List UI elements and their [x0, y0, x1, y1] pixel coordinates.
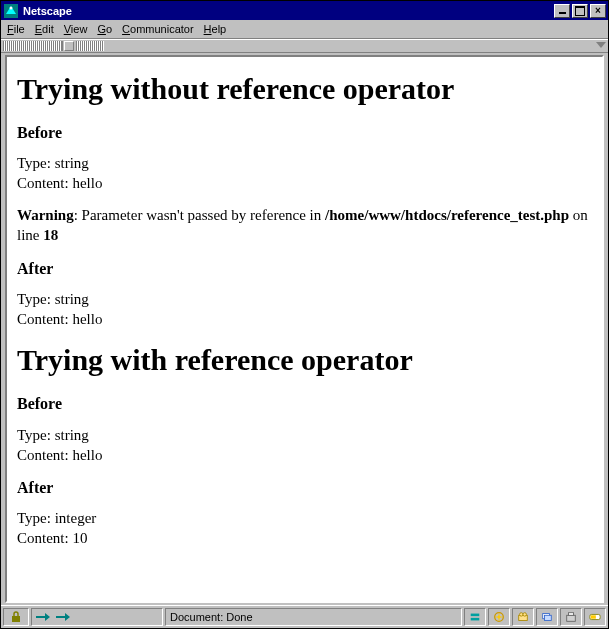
minimize-button[interactable]: [554, 4, 570, 18]
before1-type: Type: string: [17, 154, 592, 172]
status-component-icon3[interactable]: [512, 608, 534, 626]
status-component-icon4[interactable]: [536, 608, 558, 626]
toolbar-collapsed[interactable]: [1, 39, 608, 53]
toolbar-grip2[interactable]: [76, 41, 104, 51]
after1-type: Type: string: [17, 290, 592, 308]
subheading-after2: After: [17, 478, 592, 497]
menu-bar: File Edit View Go Communicator Help: [1, 20, 608, 39]
warning-text: : Parameter wasn't passed by reference i…: [74, 207, 325, 223]
subheading-before2: Before: [17, 394, 592, 413]
menu-edit[interactable]: Edit: [35, 23, 54, 35]
title-bar: Netscape ×: [1, 1, 608, 20]
subheading-after1: After: [17, 259, 592, 278]
svg-point-8: [523, 613, 526, 616]
menu-view[interactable]: View: [64, 23, 88, 35]
window-title: Netscape: [23, 5, 552, 17]
svg-point-7: [520, 613, 523, 616]
after2-type: Type: integer: [17, 509, 592, 527]
warning-label: Warning: [17, 207, 74, 223]
status-component-icon6[interactable]: [584, 608, 606, 626]
after1-block: Type: string Content: hello: [17, 290, 592, 328]
svg-rect-10: [544, 615, 551, 620]
window-buttons: ×: [552, 4, 606, 18]
content-viewport[interactable]: Trying without reference operator Before…: [5, 55, 604, 603]
menu-help[interactable]: Help: [204, 23, 227, 35]
svg-rect-14: [591, 615, 596, 618]
toolbar-expand-icon[interactable]: [596, 42, 606, 48]
status-nav-cell: [31, 608, 163, 626]
before1-content: Content: hello: [17, 174, 592, 192]
before2-content: Content: hello: [17, 446, 592, 464]
toolbar-tab[interactable]: [64, 41, 74, 51]
status-component-icon1[interactable]: [464, 608, 486, 626]
heading-section1: Trying without reference operator: [17, 71, 592, 107]
menu-go[interactable]: Go: [97, 23, 112, 35]
menu-communicator[interactable]: Communicator: [122, 23, 194, 35]
svg-rect-12: [568, 613, 573, 616]
svg-rect-4: [471, 618, 480, 621]
after2-block: Type: integer Content: 10: [17, 509, 592, 547]
svg-rect-2: [12, 616, 20, 622]
svg-rect-3: [471, 614, 480, 617]
before1-block: Type: string Content: hello: [17, 154, 592, 192]
warning-path: /home/www/htdocs/reference_test.php: [325, 207, 569, 223]
svg-rect-11: [567, 615, 576, 621]
app-icon: [3, 3, 19, 19]
after1-content: Content: hello: [17, 310, 592, 328]
menu-file[interactable]: File: [7, 23, 25, 35]
status-bar: Document: Done: [1, 605, 608, 628]
before2-block: Type: string Content: hello: [17, 426, 592, 464]
status-component-icon5[interactable]: [560, 608, 582, 626]
subheading-before1: Before: [17, 123, 592, 142]
php-warning: Warning: Parameter wasn't passed by refe…: [17, 206, 592, 245]
warning-line: 18: [43, 227, 58, 243]
after2-content: Content: 10: [17, 529, 592, 547]
nav-arrow-icon: [36, 613, 50, 621]
nav-arrow2-icon: [56, 613, 70, 621]
before2-type: Type: string: [17, 426, 592, 444]
status-security-icon[interactable]: [3, 608, 29, 626]
status-component-icon2[interactable]: [488, 608, 510, 626]
toolbar-grip[interactable]: [3, 41, 63, 51]
heading-section2: Trying with reference operator: [17, 342, 592, 378]
status-text: Document: Done: [165, 608, 462, 626]
close-button[interactable]: ×: [590, 4, 606, 18]
svg-point-1: [10, 6, 13, 9]
document-body: Trying without reference operator Before…: [7, 57, 602, 573]
maximize-button[interactable]: [572, 4, 588, 18]
